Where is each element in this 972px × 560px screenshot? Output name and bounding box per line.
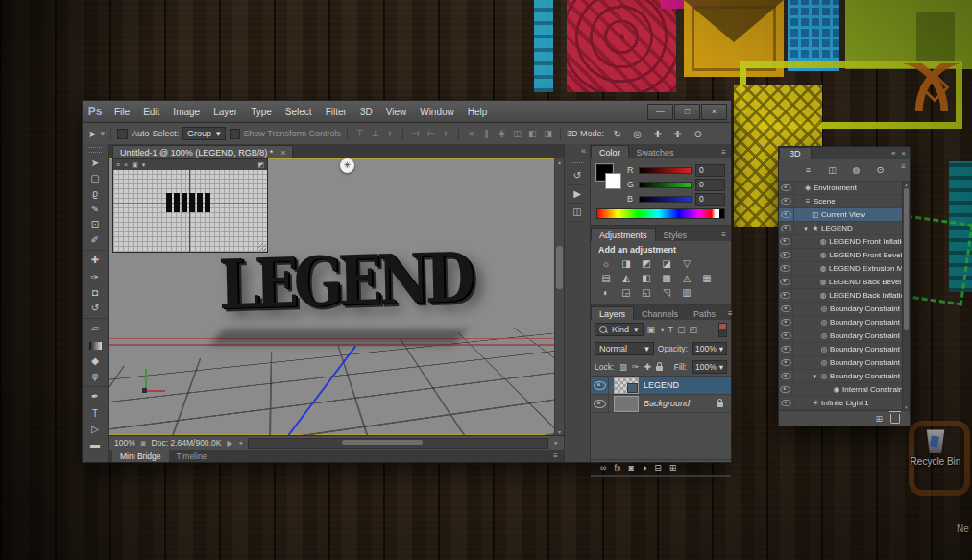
3d-scene-row[interactable]: ◍ LEGEND Extrusion Ma... — [779, 262, 910, 276]
visibility-toggle[interactable] — [779, 182, 794, 194]
document-tab[interactable]: Untitled-1 @ 100% (LEGEND, RGB/8) * × — [112, 145, 293, 158]
panel-grip[interactable] — [89, 147, 102, 153]
3d-scene-row[interactable]: ◫ Current View — [779, 208, 910, 222]
menu-item[interactable]: Edit — [136, 107, 166, 117]
panel-menu-icon[interactable]: ≡ — [723, 309, 738, 320]
distribute-icon[interactable]: ◫ — [511, 129, 523, 138]
3d-scene-row[interactable]: ◍ LEGEND Back Bevel M... — [779, 276, 910, 289]
distribute-icon[interactable]: ◧ — [526, 129, 539, 138]
tab-swatches[interactable]: Swatches — [629, 146, 682, 158]
3d-panel-scrollbar[interactable]: ▴ ▾ — [902, 182, 910, 410]
layer-name[interactable]: Background — [644, 399, 690, 408]
3d-mode-icon[interactable]: ↻ — [608, 127, 626, 141]
panel-menu-icon[interactable]: ≡ — [901, 162, 906, 171]
color-spectrum-ramp[interactable] — [596, 208, 725, 219]
layers-footer-icon[interactable]: fx — [614, 463, 620, 473]
visibility-toggle[interactable] — [779, 276, 792, 288]
desktop-icon-label-partial[interactable]: Ne — [957, 523, 969, 534]
close-panel-icon[interactable]: × — [901, 149, 906, 158]
fg-bg-swatches[interactable] — [596, 164, 621, 189]
channel-value-input[interactable]: 0 — [695, 193, 725, 206]
3d-scene-row[interactable]: ☀ Infinite Light 1 — [779, 397, 910, 410]
tool-button[interactable]: T — [83, 406, 108, 422]
secondary-view-panel[interactable]: ≡ × ▣ ▾ ◩ — [112, 158, 268, 253]
distribute-icon[interactable]: ∥ — [480, 129, 493, 138]
fill-input[interactable]: 100% ▾ — [692, 360, 727, 374]
adjustment-icon[interactable]: ☼ — [598, 257, 614, 270]
tab-layers[interactable]: Layers — [591, 306, 634, 320]
scroll-up-icon[interactable]: ▴ — [555, 158, 564, 165]
3d-filter-icon[interactable]: ◫ — [824, 163, 841, 177]
adjustment-icon[interactable]: ▩ — [659, 272, 674, 284]
layer-row-legend[interactable]: LEGEND — [591, 377, 731, 395]
3d-filter-icon[interactable]: ◍ — [848, 163, 865, 177]
3d-scene-row[interactable]: ◎ Boundary Constraint 1 — [779, 303, 910, 316]
tab-3d[interactable]: 3D — [779, 147, 812, 159]
visibility-toggle[interactable] — [779, 262, 792, 275]
filter-type-icon[interactable]: ▣ — [647, 325, 656, 334]
3d-scene-row[interactable]: ◎ Boundary Constraint 5 — [779, 356, 910, 370]
expand-arrow-icon[interactable]: ▼ — [802, 226, 810, 231]
lock-option-icon[interactable]: ✑ — [632, 362, 640, 372]
menu-item[interactable]: Select — [279, 107, 319, 117]
3d-scene-row[interactable]: ◉ Internal Constraint 7 — [779, 383, 910, 397]
auto-select-checkbox[interactable] — [117, 129, 128, 139]
adjustment-icon[interactable]: ▦ — [699, 272, 715, 284]
adjustment-icon[interactable]: ◬ — [679, 272, 694, 284]
3d-filter-icon[interactable]: ʘ — [872, 163, 889, 177]
status-expand-icon[interactable]: ▶ — [227, 439, 232, 448]
lock-all-icon[interactable] — [656, 366, 663, 371]
camera-select-icon[interactable]: ▣ — [132, 161, 138, 169]
tool-button[interactable]: φ — [83, 369, 108, 384]
adjustment-icon[interactable]: ◐ — [598, 286, 614, 299]
3d-mode-icon[interactable]: ◎ — [628, 127, 646, 141]
visibility-toggle[interactable] — [779, 208, 794, 221]
scroll-thumb[interactable] — [904, 188, 909, 330]
canvas[interactable]: LEGEND ≡ × ▣ ▾ ◩ — [109, 158, 564, 435]
panel-icon[interactable]: ▶ — [568, 185, 587, 204]
lock-option-icon[interactable]: ▨ — [619, 362, 627, 372]
adjustment-icon[interactable]: ◹ — [659, 286, 674, 299]
channel-value-input[interactable]: 0 — [695, 179, 725, 191]
expand-panels-icon[interactable]: « — [581, 146, 590, 156]
channel-slider[interactable] — [639, 182, 692, 188]
menu-item[interactable]: Help — [461, 107, 495, 117]
adjustment-icon[interactable]: ◧ — [639, 272, 654, 284]
close-button[interactable]: × — [701, 104, 727, 120]
tool-button[interactable]: ϱ — [83, 186, 108, 202]
maximize-button[interactable]: □ — [674, 104, 700, 120]
expand-arrow-icon[interactable]: ▼ — [811, 374, 818, 379]
3d-text[interactable]: LEGEND — [218, 243, 471, 319]
tab-channels[interactable]: Channels — [634, 307, 686, 320]
align-icon[interactable]: ⊦ — [384, 129, 397, 138]
opacity-input[interactable]: 100% ▾ — [692, 342, 727, 355]
collapse-panel-icon[interactable]: « — [891, 149, 895, 158]
distribute-icon[interactable]: ≡ — [465, 129, 477, 138]
visibility-toggle[interactable] — [779, 316, 793, 329]
blend-mode-dropdown[interactable]: Normal ▾ — [595, 342, 654, 355]
tool-button[interactable]: ✐ — [83, 232, 108, 248]
distribute-icon[interactable]: ⋕ — [496, 129, 508, 138]
channel-slider[interactable] — [639, 167, 692, 174]
kind-filter-dropdown[interactable]: Kind ▾ — [595, 323, 644, 336]
tab-mini-bridge[interactable]: Mini Bridge — [112, 450, 169, 462]
tool-button[interactable]: ▢ — [83, 171, 108, 186]
filter-toggle-switch[interactable] — [718, 323, 727, 337]
vertical-scrollbar[interactable]: ▴ ▾ — [554, 158, 564, 435]
filter-type-icon[interactable]: ▢ — [677, 325, 686, 334]
3d-scene-row[interactable]: ◎ Boundary Constraint 3 — [779, 329, 910, 343]
adjustment-icon[interactable]: ▽ — [679, 257, 694, 270]
tool-button[interactable]: ↺ — [83, 301, 108, 316]
adjustment-icon[interactable]: ◨ — [619, 257, 634, 270]
channel-value-input[interactable]: 0 — [695, 164, 725, 177]
visibility-toggle[interactable] — [779, 397, 794, 409]
tool-button[interactable]: ⊡ — [83, 217, 108, 232]
3d-scene-row[interactable]: ◎ Boundary Constraint 4 — [779, 343, 910, 356]
menu-item[interactable]: File — [108, 107, 136, 117]
3d-light-widget[interactable]: ✳ — [340, 158, 354, 173]
3d-mode-icon[interactable]: ✜ — [668, 127, 687, 141]
horizontal-scrollbar[interactable] — [248, 438, 548, 449]
visibility-toggle[interactable] — [779, 289, 792, 302]
tool-preset-caret-icon[interactable]: ▾ — [100, 129, 105, 138]
visibility-toggle[interactable] — [779, 370, 793, 382]
